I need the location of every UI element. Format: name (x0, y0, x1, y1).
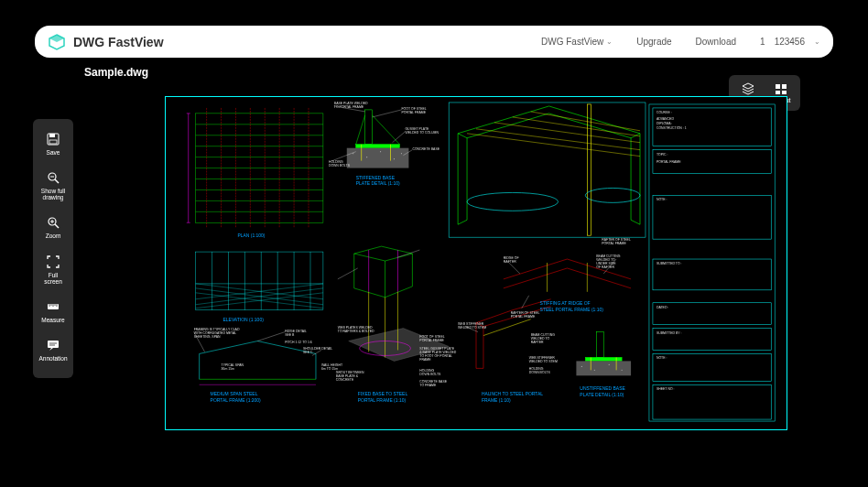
svg-text:PORTAL FRAME (1:10): PORTAL FRAME (1:10) (358, 398, 407, 403)
svg-rect-192 (576, 361, 631, 375)
svg-text:DOWN BOLTS: DOWN BOLTS (329, 164, 351, 168)
svg-rect-139 (587, 104, 591, 235)
svg-point-198 (622, 370, 623, 371)
sidebar-item-full-screen[interactable]: Full screen (33, 249, 73, 294)
svg-text:SHEETING, SPAN: SHEETING, SPAN (194, 335, 221, 339)
svg-line-135 (476, 129, 640, 150)
plan-drawing (196, 108, 323, 228)
drawing-canvas[interactable]: COURSE : ADVANCED DIPLOMA : CONSTRUCTION… (165, 96, 787, 430)
svg-text:DOWN BOLTS: DOWN BOLTS (419, 373, 441, 376)
svg-rect-142 (449, 103, 646, 237)
layout-icon (774, 82, 788, 95)
svg-text:PLAN (1:100): PLAN (1:100) (237, 233, 265, 238)
svg-rect-69 (196, 252, 323, 310)
svg-text:COURSE :: COURSE : (656, 111, 672, 114)
svg-rect-31 (653, 303, 771, 325)
svg-text:PORTAL FRAME: PORTAL FRAME (401, 111, 426, 114)
svg-text:RAFTER: RAFTER (531, 341, 544, 344)
svg-line-136 (494, 123, 640, 143)
svg-marker-1 (49, 35, 64, 42)
svg-rect-23 (782, 84, 787, 89)
svg-rect-29 (653, 195, 771, 239)
svg-rect-24 (776, 91, 780, 94)
svg-rect-3 (49, 134, 55, 137)
svg-text:ADVANCED: ADVANCED (656, 117, 675, 121)
elevation-drawing (196, 252, 323, 310)
svg-text:TO FRAME: TO FRAME (419, 384, 437, 387)
svg-text:DOWN BOLTS: DOWN BOLTS (529, 371, 551, 374)
svg-text:CONCRETE BASE: CONCRETE BASE (412, 147, 439, 151)
header-menu-upgrade[interactable]: Upgrade (636, 37, 671, 47)
notification-count: 1 (760, 37, 765, 47)
svg-text:SEE C: SEE C (303, 351, 313, 354)
svg-rect-18 (48, 341, 59, 348)
svg-text:CONSTRUCTION : 1: CONSTRUCTION : 1 (656, 126, 687, 130)
svg-text:FRAME (1:10): FRAME (1:10) (482, 398, 511, 403)
sidebar-item-zoom[interactable]: Zoom (33, 210, 73, 248)
svg-point-113 (401, 153, 402, 154)
svg-text:PITCH 1:12 TO 1:6: PITCH 1:12 TO 1:6 (285, 341, 312, 344)
svg-marker-21 (743, 83, 754, 89)
svg-text:SHEET NO :: SHEET NO : (656, 387, 675, 391)
unstiffened-base (576, 332, 631, 376)
header-menu-dwgfastview[interactable]: DWG FastView⌄ (541, 37, 613, 47)
svg-line-90 (257, 332, 285, 341)
svg-text:OF RAFTER: OF RAFTER (596, 265, 614, 269)
svg-text:SUBMITTED BY :: SUBMITTED BY : (656, 331, 682, 335)
svg-line-117 (373, 110, 402, 117)
svg-text:WELDED TO COLUMN: WELDED TO COLUMN (405, 131, 439, 135)
svg-line-146 (338, 268, 358, 279)
medium-span-drawing (200, 341, 316, 380)
header-menu-download[interactable]: Download (696, 37, 736, 47)
sidebar-item-annotation[interactable]: Annotation (33, 332, 73, 371)
svg-text:STIFFING AT RIDGE OF: STIFFING AT RIDGE OF (540, 301, 591, 306)
app-title: DWG FastView (73, 35, 164, 49)
svg-line-132 (458, 220, 467, 224)
sidebar: Save Show full drawing Zoom Full screen … (33, 119, 73, 378)
svg-point-110 (366, 157, 367, 157)
svg-text:UNSTIFFENED BASE: UNSTIFFENED BASE (580, 386, 625, 391)
svg-text:ELEVATION   (1:100): ELEVATION (1:100) (223, 318, 265, 322)
stiffened-base (347, 110, 409, 168)
annotation-icon (46, 338, 60, 352)
svg-text:TO PORTAL FRAME: TO PORTAL FRAME (334, 105, 364, 109)
svg-rect-105 (356, 145, 400, 148)
svg-text:RAFTER: RAFTER (504, 260, 516, 264)
svg-point-195 (581, 366, 582, 367)
svg-text:TOPIC :: TOPIC : (656, 153, 668, 157)
svg-text:MEDIUM  SPAN STEEL: MEDIUM SPAN STEEL (211, 392, 258, 396)
fixed-base (349, 246, 449, 361)
svg-text:SUBMITTED TO :: SUBMITTED TO : (656, 262, 682, 265)
svg-text:WELDED TO STEM: WELDED TO STEM (529, 360, 558, 363)
svg-text:PORTAL FRAME: PORTAL FRAME (656, 160, 681, 164)
svg-text:SEE B: SEE B (285, 333, 295, 337)
svg-text:STIFFENED BASE: STIFFENED BASE (356, 176, 396, 180)
header-bar: DWG FastView DWG FastView⌄ Upgrade Downl… (35, 26, 833, 58)
svg-rect-104 (365, 110, 373, 145)
measure-icon (46, 299, 60, 314)
svg-text:PORTAL FRAME: PORTAL FRAME (419, 339, 444, 342)
search-plus-icon (46, 215, 60, 230)
svg-line-120 (393, 132, 406, 143)
svg-rect-33 (653, 353, 771, 381)
svg-line-6 (55, 179, 59, 183)
save-icon (46, 132, 60, 146)
svg-point-141 (585, 188, 640, 202)
account-area[interactable]: 1 123456 ⌄ (760, 37, 820, 47)
sidebar-item-measure[interactable]: Measure (33, 294, 73, 332)
sidebar-item-save[interactable]: Save (33, 126, 73, 165)
svg-text:36m 15m: 36m 15m (222, 367, 235, 371)
svg-point-197 (609, 364, 610, 365)
header-right: DWG FastView⌄ Upgrade Download 1 123456 … (541, 37, 820, 47)
sidebar-item-show-full-drawing[interactable]: Show full drawing (33, 165, 73, 210)
logo-icon (48, 33, 66, 51)
svg-text:PLATE DETAIL (1:10): PLATE DETAIL (1:10) (356, 181, 400, 186)
svg-line-9 (55, 224, 59, 228)
svg-line-130 (458, 134, 467, 138)
svg-rect-25 (782, 91, 787, 94)
svg-line-134 (467, 134, 640, 157)
portal-3d (458, 104, 640, 235)
svg-text:NOTE :: NOTE : (656, 356, 667, 360)
svg-text:PORTAL FRAME: PORTAL FRAME (602, 242, 626, 245)
svg-point-111 (380, 151, 381, 152)
